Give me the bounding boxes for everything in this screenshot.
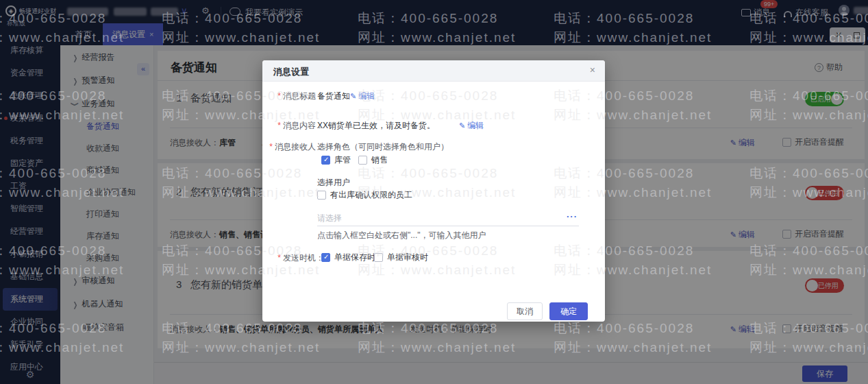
recipient-hint: 选择角色（可同时选择角色和用户） — [317, 141, 449, 153]
required-asterisk: * — [277, 253, 281, 263]
app-window: ◈ 畅捷通好业财 标准版 库存核算 资金管理 总账管理 发票管理 税务管理 固定… — [0, 0, 868, 384]
message-title-value: 备货通知 — [317, 91, 350, 102]
required-asterisk: * — [277, 91, 281, 101]
dialog-title: 消息设置 — [273, 66, 309, 78]
edit-content-button[interactable]: ✎编辑 — [459, 120, 484, 132]
timing-checkbox-on-save[interactable]: 单据保存时 — [321, 252, 375, 263]
input-placeholder: 请选择 — [317, 213, 342, 224]
pencil-icon: ✎ — [350, 92, 356, 100]
permission-label: 有出库确认权限的员工 — [330, 189, 412, 201]
permission-checkbox[interactable]: 有出库确认权限的员工 — [317, 189, 412, 201]
select-user-label: 选择用户 — [317, 177, 350, 189]
role-checkbox-warehouse[interactable]: 库管 — [321, 154, 351, 166]
checkbox-icon — [317, 191, 326, 200]
pencil-icon: ✎ — [459, 121, 465, 130]
checkbox-checked-icon — [321, 253, 330, 262]
cancel-button[interactable]: 取消 — [507, 302, 543, 320]
user-select-input[interactable]: 请选择 ··· — [317, 210, 579, 226]
dialog-header: 消息设置 × — [262, 60, 605, 82]
field-label-title: *消息标题： — [247, 91, 324, 102]
message-settings-dialog: 消息设置 × *消息标题： 备货通知 ✎编辑 *消息内容： XX销货单已生效，请… — [262, 60, 605, 322]
timing-label: 单据保存时 — [334, 252, 375, 263]
role-label: 库管 — [334, 154, 351, 166]
more-users-button[interactable]: ··· — [567, 211, 578, 221]
edit-label: 编辑 — [467, 121, 484, 130]
checkbox-icon — [374, 253, 383, 262]
input-hint: 点击输入框空白处或右侧"..."，可输入其他用户 — [317, 230, 486, 241]
field-label-content: *消息内容： — [247, 120, 324, 132]
checkbox-icon — [358, 156, 367, 165]
required-asterisk: * — [269, 142, 273, 152]
field-label-recipient: *消息接收人： — [247, 141, 324, 153]
edit-title-button[interactable]: ✎编辑 — [350, 91, 375, 102]
timing-checkbox-on-audit[interactable]: 单据审核时 — [374, 252, 428, 263]
checkbox-checked-icon — [321, 156, 330, 165]
timing-label: 单据审核时 — [387, 252, 428, 263]
confirm-button[interactable]: 确定 — [549, 302, 588, 320]
role-label: 销售 — [371, 154, 388, 166]
field-label-timing: *发送时机： — [247, 252, 324, 264]
dialog-close-icon[interactable]: × — [590, 65, 595, 75]
role-checkbox-sales[interactable]: 销售 — [358, 154, 388, 166]
message-content-value: XX销货单已生效，请及时备货。 — [317, 120, 435, 132]
label-text: 发送时机： — [283, 253, 324, 263]
edit-label: 编辑 — [358, 91, 375, 101]
required-asterisk: * — [277, 121, 281, 130]
